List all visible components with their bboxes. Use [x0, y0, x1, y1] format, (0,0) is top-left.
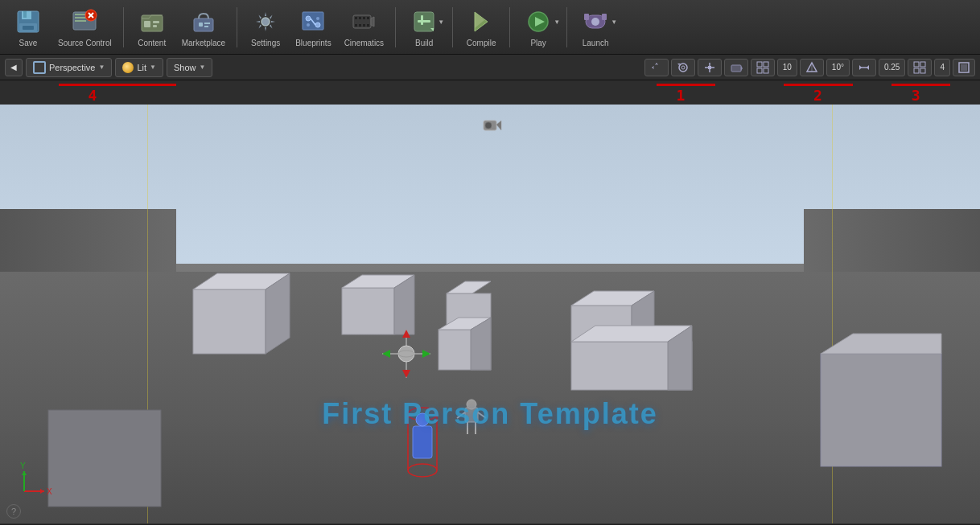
help-button[interactable]: ? [6, 504, 21, 519]
svg-text:X: X [47, 487, 52, 496]
toolbar-separator-6 [566, 7, 567, 47]
svg-rect-70 [920, 68, 925, 73]
blueprints-button[interactable]: Blueprints [290, 4, 336, 51]
perspective-arrow: ▼ [98, 64, 105, 71]
svg-rect-2 [23, 11, 27, 18]
annotation-bar: 4 1 2 3 [0, 80, 980, 105]
svg-marker-120 [22, 471, 27, 475]
svg-point-23 [315, 23, 320, 27]
svg-rect-31 [363, 17, 365, 19]
camera-speed-button[interactable] [724, 59, 748, 76]
svg-rect-35 [363, 24, 365, 27]
grid-size-value[interactable]: 10 [777, 59, 797, 76]
svg-rect-14 [153, 21, 159, 23]
viewport-layout-button[interactable] [908, 59, 932, 76]
settings-label: Settings [251, 39, 280, 47]
svg-marker-65 [859, 65, 862, 70]
svg-marker-28 [371, 17, 374, 27]
svg-point-22 [306, 16, 311, 21]
source-control-button[interactable]: Source Control [53, 4, 117, 51]
svg-rect-39 [421, 15, 423, 25]
save-button[interactable]: Save [6, 4, 50, 51]
marketplace-button[interactable]: Marketplace [177, 4, 230, 51]
content-label: Content [138, 39, 166, 47]
svg-rect-36 [367, 24, 369, 27]
viewport-count-label: 4 [940, 63, 945, 72]
viewport-count-value[interactable]: 4 [934, 59, 950, 76]
perspective-button[interactable]: Perspective ▼ [26, 58, 112, 77]
content-button[interactable]: Content [130, 4, 174, 51]
scale-snap-button[interactable] [852, 59, 876, 76]
play-label: Play [530, 39, 546, 47]
svg-rect-61 [764, 68, 768, 73]
toolbar-separator-4 [452, 7, 453, 47]
blueprints-label: Blueprints [295, 39, 331, 47]
svg-point-25 [307, 23, 310, 27]
svg-marker-66 [867, 65, 869, 70]
red-bar-3 [891, 84, 950, 86]
red-bar-2 [784, 84, 852, 86]
svg-point-49 [679, 64, 687, 72]
main-toolbar: Save Source Control [0, 0, 980, 55]
svg-rect-47 [602, 14, 607, 20]
marketplace-label: Marketplace [182, 39, 225, 47]
grid-size-label: 10 [783, 63, 792, 72]
build-button[interactable]: ▼ Build [402, 4, 446, 51]
angle-size-label: 10° [832, 63, 844, 72]
red-bar-4 [59, 84, 176, 86]
show-button[interactable]: Show ▼ [167, 58, 212, 77]
svg-rect-38 [418, 20, 430, 23]
bar-number-3: 3 [912, 87, 920, 104]
xyz-axis-indicator: X Y [16, 459, 56, 499]
compile-label: Compile [467, 39, 496, 47]
svg-rect-72 [961, 64, 967, 71]
launch-label: Launch [583, 39, 609, 47]
angle-size-value[interactable]: 10° [826, 59, 850, 76]
lit-icon [122, 62, 134, 73]
svg-point-50 [681, 66, 685, 69]
svg-rect-16 [194, 18, 213, 31]
svg-rect-60 [757, 68, 762, 73]
scale-size-value[interactable]: 0.25 [879, 59, 905, 76]
svg-rect-18 [204, 23, 210, 24]
svg-rect-13 [144, 21, 150, 27]
lit-button[interactable]: Lit ▼ [115, 58, 163, 77]
svg-rect-4 [23, 26, 34, 30]
scale-size-label: 0.25 [884, 63, 900, 72]
transform-mode-button[interactable] [644, 59, 669, 76]
play-button[interactable]: ▼ Play [517, 4, 560, 51]
angle-snap-button[interactable] [800, 59, 824, 76]
3d-viewport[interactable]: First Person Template X Y ? [0, 105, 980, 523]
scale-mode-button[interactable] [698, 59, 722, 76]
svg-text:Y: Y [20, 461, 26, 470]
perspective-icon [33, 61, 46, 74]
toolbar-separator-2 [237, 7, 237, 47]
compile-button[interactable]: Compile [459, 4, 503, 51]
svg-rect-48 [584, 14, 589, 20]
bar-number-2: 2 [813, 87, 822, 104]
svg-rect-67 [914, 62, 919, 67]
svg-rect-69 [914, 68, 919, 73]
svg-marker-57 [741, 66, 743, 71]
rotate-mode-button[interactable] [671, 59, 695, 76]
viewport-right-controls: 10 10° 0.25 [644, 59, 975, 76]
viewport-toolbar: ◀ Perspective ▼ Lit ▼ Show ▼ [0, 55, 980, 80]
settings-button[interactable]: Settings [244, 4, 287, 51]
svg-rect-29 [355, 17, 357, 19]
red-bar-1 [657, 84, 715, 86]
maximize-button[interactable] [953, 59, 975, 76]
cinematics-button[interactable]: Cinematics [340, 4, 389, 51]
launch-button[interactable]: ▼ Launch [574, 4, 617, 51]
bar-number-1: 1 [676, 87, 685, 104]
toolbar-separator-1 [123, 7, 124, 47]
grid-snap-button[interactable] [751, 59, 775, 76]
cinematics-label: Cinematics [344, 39, 384, 47]
svg-rect-34 [359, 24, 361, 27]
source-control-label: Source Control [58, 39, 112, 47]
svg-rect-15 [153, 25, 157, 27]
viewport-toggle-button[interactable]: ◀ [5, 59, 23, 76]
show-arrow: ▼ [199, 64, 205, 71]
toolbar-separator-5 [509, 7, 510, 47]
lit-arrow: ▼ [150, 64, 156, 71]
svg-rect-33 [355, 24, 357, 27]
